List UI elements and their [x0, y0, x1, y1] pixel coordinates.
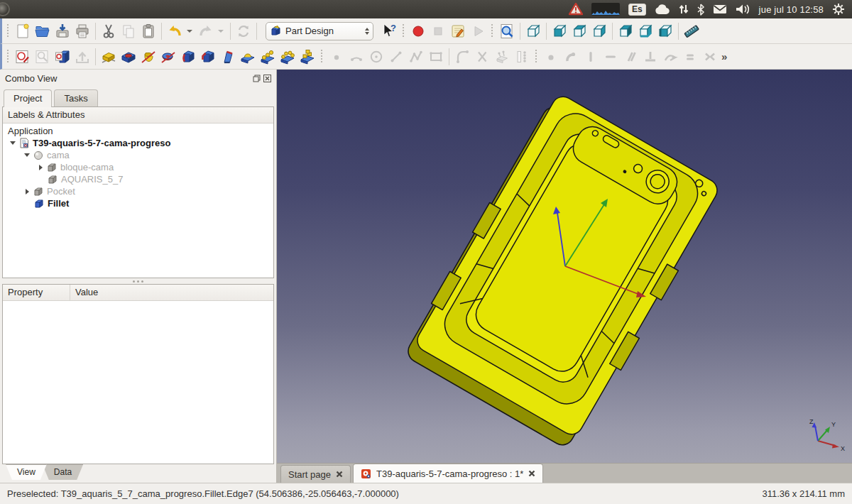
float-panel-icon[interactable] — [253, 75, 261, 82]
close-tab-icon[interactable] — [336, 471, 343, 478]
left-view-button[interactable] — [655, 21, 675, 41]
tab-project[interactable]: Project — [4, 89, 52, 107]
close-tab-icon[interactable] — [528, 470, 535, 477]
keyboard-layout-indicator[interactable]: Es — [628, 4, 646, 16]
close-panel-icon[interactable] — [263, 75, 271, 82]
macro-record-button[interactable] — [408, 21, 428, 41]
carbon-copy-button[interactable] — [512, 47, 532, 67]
tab-tasks[interactable]: Tasks — [54, 89, 97, 106]
tab-document[interactable]: T39-aquaris-5-7-cama-progreso : 1* — [353, 464, 543, 483]
cut-button[interactable] — [99, 21, 119, 41]
print-button[interactable] — [72, 21, 92, 41]
rear-view-button[interactable] — [616, 21, 635, 41]
open-file-button[interactable] — [33, 21, 53, 41]
tree-item-document[interactable]: T39-aquaris-5-7-cama-progreso — [3, 137, 273, 149]
whats-this-button[interactable]: ? — [379, 21, 399, 41]
tree-item-fillet[interactable]: Fillet — [3, 197, 273, 209]
clock[interactable]: jue jul 10 12:58 — [759, 4, 824, 15]
chamfer-button[interactable] — [198, 47, 218, 67]
mail-icon[interactable] — [713, 4, 727, 14]
paste-button[interactable] — [138, 21, 158, 41]
groove-button[interactable] — [158, 47, 178, 67]
create-polyline-button[interactable] — [406, 47, 426, 67]
updown-arrows-icon[interactable] — [679, 4, 689, 15]
toolbar-grip[interactable] — [6, 24, 11, 38]
system-monitor-graph[interactable] — [591, 3, 620, 16]
warning-icon[interactable] — [569, 3, 583, 16]
fit-all-button[interactable] — [497, 21, 517, 41]
top-view-button[interactable] — [569, 21, 589, 41]
3d-model-cama[interactable]: Z Y X — [277, 70, 851, 463]
constraint-coincident-button[interactable] — [541, 47, 561, 67]
value-column-header[interactable]: Value — [70, 285, 103, 300]
expander-icon[interactable] — [23, 189, 31, 195]
redo-button[interactable] — [196, 21, 216, 41]
cloud-icon[interactable] — [655, 4, 670, 15]
copy-button[interactable] — [119, 21, 138, 41]
toolbar-overflow-button[interactable]: » — [721, 50, 727, 62]
fillet-button[interactable] — [178, 47, 198, 67]
leave-sketch-button[interactable] — [72, 47, 92, 67]
pocket-button[interactable] — [119, 47, 138, 67]
constraint-parallel-button[interactable] — [621, 47, 640, 67]
tab-view[interactable]: View — [6, 464, 47, 480]
toolbar-grip[interactable] — [6, 50, 11, 64]
new-file-button[interactable] — [13, 21, 33, 41]
create-line-button[interactable] — [386, 47, 406, 67]
constraint-equal-button[interactable] — [680, 47, 700, 67]
new-sketch-button[interactable] — [13, 47, 33, 67]
tab-start-page[interactable]: Start page — [280, 465, 351, 483]
constraint-horizontal-button[interactable] — [601, 47, 621, 67]
app-circle-icon[interactable] — [0, 2, 10, 16]
mirrored-button[interactable] — [238, 47, 258, 67]
pad-button[interactable] — [99, 47, 119, 67]
tab-data[interactable]: Data — [43, 464, 83, 480]
view-sketch-button[interactable] — [33, 47, 53, 67]
tree-item-aquaris[interactable]: AQUARIS_5_7 — [3, 173, 273, 185]
workbench-selector[interactable]: Part Design — [266, 22, 373, 40]
session-gear-icon[interactable] — [832, 3, 845, 16]
bottom-view-button[interactable] — [635, 21, 655, 41]
measure-button[interactable] — [682, 21, 701, 41]
3d-viewport[interactable]: Z Y X — [277, 70, 852, 463]
expander-icon[interactable] — [23, 153, 31, 157]
front-view-button[interactable] — [550, 21, 569, 41]
undo-dropdown[interactable] — [185, 21, 196, 41]
workbench-spinner[interactable] — [365, 28, 369, 35]
create-point-button[interactable] — [327, 47, 346, 67]
map-sketch-button[interactable] — [53, 47, 72, 67]
polar-pattern-button[interactable] — [278, 47, 297, 67]
tree-root-application[interactable]: Application — [3, 125, 273, 137]
expander-icon[interactable] — [9, 141, 17, 145]
draft-button[interactable] — [218, 47, 238, 67]
macro-play-button[interactable] — [468, 21, 488, 41]
constraint-tangent-button[interactable] — [660, 47, 680, 67]
redo-dropdown[interactable] — [216, 21, 227, 41]
create-circle-button[interactable] — [366, 47, 386, 67]
create-arc-button[interactable] — [346, 47, 366, 67]
property-column-header[interactable]: Property — [3, 285, 70, 300]
expander-icon[interactable] — [36, 165, 45, 170]
volume-icon[interactable] — [736, 4, 750, 15]
constraint-point-on-object-button[interactable] — [561, 47, 581, 67]
tree-item-cama[interactable]: cama — [3, 149, 273, 161]
refresh-button[interactable] — [234, 21, 253, 41]
axonometric-view-button[interactable] — [523, 21, 543, 41]
linear-pattern-button[interactable] — [258, 47, 278, 67]
macro-edit-button[interactable] — [448, 21, 468, 41]
external-geometry-button[interactable] — [492, 47, 512, 67]
save-button[interactable] — [53, 21, 72, 41]
multitransform-button[interactable] — [297, 47, 317, 67]
trim-edge-button[interactable] — [472, 47, 492, 67]
undo-button[interactable] — [165, 21, 185, 41]
tree-item-pocket[interactable]: Pocket — [3, 185, 273, 197]
constraint-perpendicular-button[interactable] — [640, 47, 660, 67]
fillet-sketch-button[interactable] — [452, 47, 472, 67]
bluetooth-icon[interactable] — [697, 4, 704, 16]
revolution-button[interactable] — [138, 47, 158, 67]
tree-item-bloque-cama[interactable]: bloque-cama — [3, 161, 273, 173]
macro-stop-button[interactable] — [428, 21, 448, 41]
create-rectangle-button[interactable] — [426, 47, 446, 67]
constraint-symmetric-button[interactable] — [700, 47, 720, 67]
right-view-button[interactable] — [589, 21, 609, 41]
